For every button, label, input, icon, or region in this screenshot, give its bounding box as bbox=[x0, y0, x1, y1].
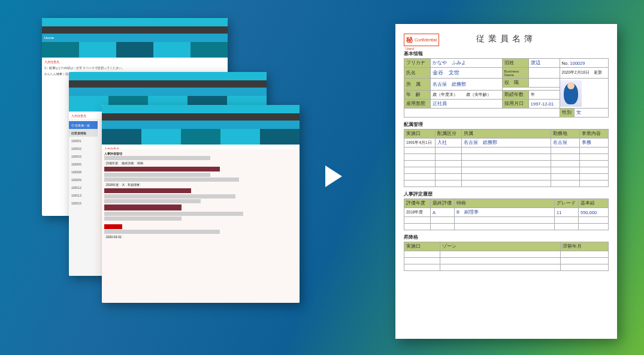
sidebar-header: 従業員情報 bbox=[69, 129, 98, 137]
basic-info-table: フリカナ かなや ふみよ 旧姓 渡辺 No. 100029 氏名 金谷 文世 B… bbox=[404, 58, 609, 118]
sidebar-item[interactable]: 100013 bbox=[69, 191, 98, 199]
table-row: 1991年4月1日 入社 名古屋 総務部 名古屋 事務 bbox=[404, 139, 609, 148]
promotion-table: 実施日 ゾーン 滞留年月 bbox=[404, 242, 609, 271]
evaluation-table: 評価年度 最終評価 特称 グレード 基本給 2018年度 A B 副理事 11 … bbox=[404, 198, 609, 230]
section-basic: 基本情報 bbox=[404, 50, 609, 57]
assignment-table: 実施日 配属区分 所属 勤務地 事業内容 1991年4月1日 入社 名古屋 総務… bbox=[404, 129, 609, 187]
sidebar-item[interactable]: 100002 bbox=[69, 145, 98, 152]
sidebar-item[interactable]: 100012 bbox=[69, 183, 98, 191]
sidebar-item[interactable]: 100009 bbox=[69, 176, 98, 183]
table-row: 2018年度 A B 副理事 11 550,000 bbox=[404, 208, 609, 217]
sidebar: ◎ 従業員一覧 従業員情報 100001 100002 100003 10000… bbox=[69, 119, 98, 276]
sidebar-item[interactable]: 100008 bbox=[69, 168, 98, 176]
sidebar-item[interactable]: 100015 bbox=[69, 199, 98, 207]
warning-title: 入力注意点 bbox=[42, 58, 228, 66]
form-body: 人事評価管理 評価年度最終評価特称 2018年度AB 副理事 2020-03-3… bbox=[102, 149, 300, 303]
sidebar-item[interactable]: 100001 bbox=[69, 137, 98, 145]
screenshot-3: 入力注意点 1）配属などの内容は一文字 スペースで区切ってください。 人事評価管… bbox=[102, 105, 300, 303]
section-promotion: 昇降格 bbox=[404, 234, 609, 240]
screenshot-stack: Home 入力注意点 1）配属などの内容は一文字 スペースで区切ってください。 … bbox=[42, 18, 294, 300]
employee-roster-document: 秘 Confidential Used 従業員名簿 基本情報 フリカナ かなや … bbox=[395, 24, 617, 339]
arrow-icon bbox=[325, 166, 342, 187]
confidential-stamp: 秘 Confidential Used bbox=[404, 34, 439, 46]
warning-body: 1）配属などの内容は一文字 スペースで区切ってください。 bbox=[42, 66, 228, 72]
employee-photo bbox=[560, 80, 582, 107]
section-evaluation: 人事評定履歴 bbox=[404, 191, 609, 197]
sidebar-item[interactable]: 100005 bbox=[69, 160, 98, 168]
section-assignment: 配属管理 bbox=[404, 121, 609, 128]
breadcrumb: Home bbox=[42, 34, 228, 42]
sidebar-button[interactable]: ◎ 従業員一覧 bbox=[69, 121, 98, 129]
sidebar-item[interactable]: 100003 bbox=[69, 152, 98, 160]
